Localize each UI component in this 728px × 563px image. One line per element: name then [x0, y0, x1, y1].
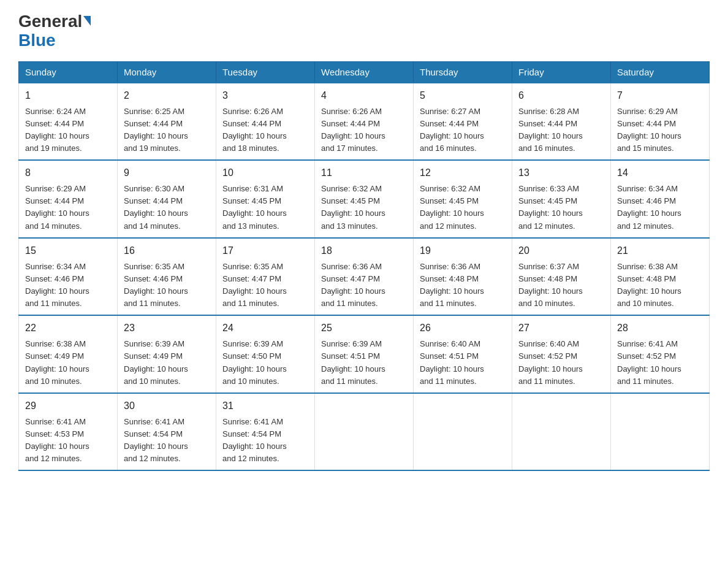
calendar-week-row: 15 Sunrise: 6:34 AMSunset: 4:46 PMDaylig… [19, 238, 710, 316]
calendar-cell [315, 393, 414, 471]
day-info: Sunrise: 6:24 AMSunset: 4:44 PMDaylight:… [25, 107, 89, 153]
day-info: Sunrise: 6:38 AMSunset: 4:49 PMDaylight:… [25, 339, 89, 385]
calendar-cell: 16 Sunrise: 6:35 AMSunset: 4:46 PMDaylig… [118, 238, 216, 316]
day-number: 29 [25, 399, 111, 413]
day-number: 7 [617, 88, 703, 103]
logo-blue-text: Blue [18, 31, 91, 50]
day-info: Sunrise: 6:35 AMSunset: 4:47 PMDaylight:… [222, 262, 287, 308]
calendar-cell: 20 Sunrise: 6:37 AMSunset: 4:48 PMDaylig… [512, 238, 611, 316]
calendar-week-row: 8 Sunrise: 6:29 AMSunset: 4:44 PMDayligh… [19, 160, 710, 238]
day-info: Sunrise: 6:30 AMSunset: 4:44 PMDaylight:… [124, 184, 188, 230]
day-number: 13 [518, 166, 604, 180]
calendar-cell: 18 Sunrise: 6:36 AMSunset: 4:47 PMDaylig… [315, 238, 414, 316]
day-number: 14 [617, 166, 703, 180]
day-info: Sunrise: 6:26 AMSunset: 4:44 PMDaylight:… [321, 107, 385, 153]
weekday-header-row: SundayMondayTuesdayWednesdayThursdayFrid… [19, 61, 710, 83]
day-number: 11 [321, 166, 407, 180]
calendar-cell: 31 Sunrise: 6:41 AMSunset: 4:54 PMDaylig… [216, 393, 315, 471]
calendar-cell: 19 Sunrise: 6:36 AMSunset: 4:48 PMDaylig… [414, 238, 512, 316]
calendar-cell [512, 393, 611, 471]
calendar-cell: 4 Sunrise: 6:26 AMSunset: 4:44 PMDayligh… [315, 83, 414, 161]
calendar-cell: 3 Sunrise: 6:26 AMSunset: 4:44 PMDayligh… [216, 83, 315, 161]
day-info: Sunrise: 6:31 AMSunset: 4:45 PMDaylight:… [222, 184, 287, 230]
weekday-header-thursday: Thursday [414, 61, 512, 83]
calendar-cell: 21 Sunrise: 6:38 AMSunset: 4:48 PMDaylig… [611, 238, 710, 316]
day-number: 5 [420, 88, 506, 103]
day-number: 31 [222, 399, 308, 413]
day-info: Sunrise: 6:25 AMSunset: 4:44 PMDaylight:… [124, 107, 188, 153]
day-number: 12 [420, 166, 506, 180]
day-info: Sunrise: 6:33 AMSunset: 4:45 PMDaylight:… [518, 184, 583, 230]
logo-general-text: General [18, 12, 91, 31]
calendar-cell: 13 Sunrise: 6:33 AMSunset: 4:45 PMDaylig… [512, 160, 611, 238]
day-info: Sunrise: 6:34 AMSunset: 4:46 PMDaylight:… [617, 184, 681, 230]
calendar-cell: 17 Sunrise: 6:35 AMSunset: 4:47 PMDaylig… [216, 238, 315, 316]
calendar-cell: 7 Sunrise: 6:29 AMSunset: 4:44 PMDayligh… [611, 83, 710, 161]
day-info: Sunrise: 6:27 AMSunset: 4:44 PMDaylight:… [420, 107, 484, 153]
calendar-cell: 26 Sunrise: 6:40 AMSunset: 4:51 PMDaylig… [414, 315, 512, 393]
calendar-cell: 25 Sunrise: 6:39 AMSunset: 4:51 PMDaylig… [315, 315, 414, 393]
day-info: Sunrise: 6:29 AMSunset: 4:44 PMDaylight:… [617, 107, 681, 153]
calendar-cell: 11 Sunrise: 6:32 AMSunset: 4:45 PMDaylig… [315, 160, 414, 238]
day-number: 8 [25, 166, 111, 180]
logo: General Blue [18, 12, 91, 50]
weekday-header-monday: Monday [118, 61, 216, 83]
day-info: Sunrise: 6:39 AMSunset: 4:51 PMDaylight:… [321, 339, 385, 385]
day-info: Sunrise: 6:28 AMSunset: 4:44 PMDaylight:… [518, 107, 583, 153]
day-info: Sunrise: 6:32 AMSunset: 4:45 PMDaylight:… [420, 184, 484, 230]
day-number: 4 [321, 88, 407, 103]
weekday-header-wednesday: Wednesday [315, 61, 414, 83]
calendar-cell: 29 Sunrise: 6:41 AMSunset: 4:53 PMDaylig… [19, 393, 118, 471]
calendar-week-row: 29 Sunrise: 6:41 AMSunset: 4:53 PMDaylig… [19, 393, 710, 471]
calendar-cell: 6 Sunrise: 6:28 AMSunset: 4:44 PMDayligh… [512, 83, 611, 161]
day-number: 15 [25, 243, 111, 258]
calendar-cell: 14 Sunrise: 6:34 AMSunset: 4:46 PMDaylig… [611, 160, 710, 238]
day-number: 2 [124, 88, 210, 103]
day-info: Sunrise: 6:40 AMSunset: 4:52 PMDaylight:… [518, 339, 583, 385]
day-info: Sunrise: 6:36 AMSunset: 4:48 PMDaylight:… [420, 262, 484, 308]
day-info: Sunrise: 6:29 AMSunset: 4:44 PMDaylight:… [25, 184, 89, 230]
calendar-cell: 22 Sunrise: 6:38 AMSunset: 4:49 PMDaylig… [19, 315, 118, 393]
day-info: Sunrise: 6:38 AMSunset: 4:48 PMDaylight:… [617, 262, 681, 308]
page-header: General Blue [18, 12, 710, 50]
day-number: 26 [420, 321, 506, 335]
calendar-cell: 30 Sunrise: 6:41 AMSunset: 4:54 PMDaylig… [118, 393, 216, 471]
day-info: Sunrise: 6:41 AMSunset: 4:54 PMDaylight:… [222, 417, 287, 463]
day-number: 10 [222, 166, 308, 180]
calendar-cell: 23 Sunrise: 6:39 AMSunset: 4:49 PMDaylig… [118, 315, 216, 393]
calendar-table: SundayMondayTuesdayWednesdayThursdayFrid… [18, 61, 710, 472]
day-number: 6 [518, 88, 604, 103]
calendar-cell: 9 Sunrise: 6:30 AMSunset: 4:44 PMDayligh… [118, 160, 216, 238]
day-info: Sunrise: 6:40 AMSunset: 4:51 PMDaylight:… [420, 339, 484, 385]
calendar-cell: 1 Sunrise: 6:24 AMSunset: 4:44 PMDayligh… [19, 83, 118, 161]
day-info: Sunrise: 6:39 AMSunset: 4:49 PMDaylight:… [124, 339, 188, 385]
calendar-cell: 12 Sunrise: 6:32 AMSunset: 4:45 PMDaylig… [414, 160, 512, 238]
day-info: Sunrise: 6:41 AMSunset: 4:53 PMDaylight:… [25, 417, 89, 463]
calendar-cell [611, 393, 710, 471]
day-number: 23 [124, 321, 210, 335]
day-number: 22 [25, 321, 111, 335]
day-info: Sunrise: 6:32 AMSunset: 4:45 PMDaylight:… [321, 184, 385, 230]
calendar-cell: 28 Sunrise: 6:41 AMSunset: 4:52 PMDaylig… [611, 315, 710, 393]
day-number: 18 [321, 243, 407, 258]
calendar-cell: 10 Sunrise: 6:31 AMSunset: 4:45 PMDaylig… [216, 160, 315, 238]
calendar-cell: 24 Sunrise: 6:39 AMSunset: 4:50 PMDaylig… [216, 315, 315, 393]
weekday-header-sunday: Sunday [19, 61, 118, 83]
day-number: 19 [420, 243, 506, 258]
day-number: 16 [124, 243, 210, 258]
day-number: 20 [518, 243, 604, 258]
day-number: 25 [321, 321, 407, 335]
weekday-header-saturday: Saturday [611, 61, 710, 83]
day-number: 28 [617, 321, 703, 335]
calendar-week-row: 22 Sunrise: 6:38 AMSunset: 4:49 PMDaylig… [19, 315, 710, 393]
calendar-cell: 15 Sunrise: 6:34 AMSunset: 4:46 PMDaylig… [19, 238, 118, 316]
weekday-header-friday: Friday [512, 61, 611, 83]
day-info: Sunrise: 6:37 AMSunset: 4:48 PMDaylight:… [518, 262, 583, 308]
day-number: 30 [124, 399, 210, 413]
calendar-cell: 5 Sunrise: 6:27 AMSunset: 4:44 PMDayligh… [414, 83, 512, 161]
day-info: Sunrise: 6:41 AMSunset: 4:54 PMDaylight:… [124, 417, 188, 463]
day-number: 27 [518, 321, 604, 335]
day-number: 24 [222, 321, 308, 335]
day-number: 3 [222, 88, 308, 103]
day-info: Sunrise: 6:39 AMSunset: 4:50 PMDaylight:… [222, 339, 287, 385]
